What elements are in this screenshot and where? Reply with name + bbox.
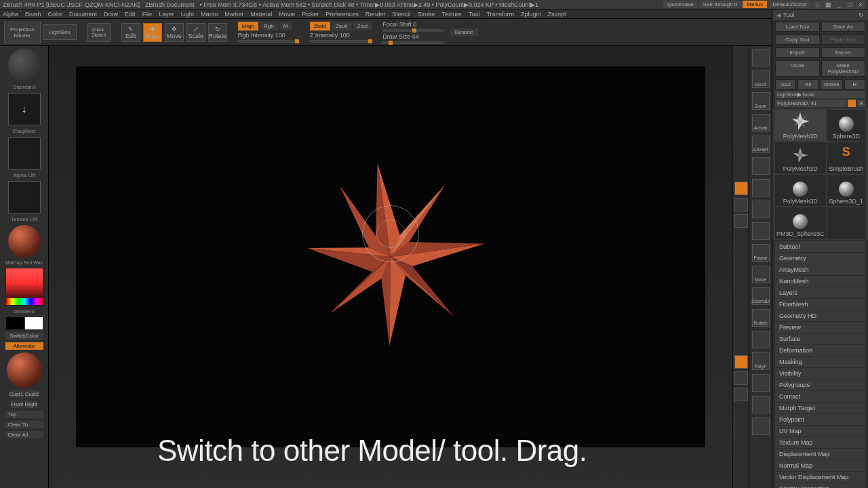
accordion-polygroups[interactable]: Polygroups <box>775 380 865 390</box>
tool-cell-pm3d-sphere3c[interactable]: PM3D_Sphere3C <box>775 207 826 239</box>
z-intensity-slider[interactable]: Z Intensity 100 <box>310 32 372 43</box>
rail-actual[interactable]: Actual <box>752 114 770 131</box>
tool-make-polymesh3d[interactable]: Make PolyMesh3D <box>821 60 866 77</box>
rail-icon16[interactable] <box>752 396 770 413</box>
gizmo-option-icon[interactable] <box>734 198 748 211</box>
tool-import[interactable]: Import <box>775 47 820 58</box>
scale-mode-button[interactable]: ⤢Scale <box>186 23 205 42</box>
tool-cell-polymesh3d-3[interactable]: PolyMesh3D <box>775 175 826 206</box>
polymesh-label[interactable]: PolyMesh3D. 41 <box>775 100 846 107</box>
menu-texture[interactable]: Texture <box>441 11 462 18</box>
tool-goz[interactable]: GoZ <box>775 79 796 89</box>
tool-cell-sphere3d-1[interactable]: Sphere3D_1 <box>827 175 865 206</box>
switchcolor-button[interactable]: SwitchColor <box>5 332 43 340</box>
menu-alpha[interactable]: Alpha <box>3 11 18 18</box>
accordion-geometry-hd[interactable]: Geometry HD <box>775 310 865 321</box>
rail-icon8[interactable] <box>752 222 770 240</box>
tool-cell-sphere3d[interactable]: Sphere3D <box>827 110 865 141</box>
rail-icon13[interactable] <box>752 331 770 348</box>
accordion-fibermesh[interactable]: FiberMesh <box>775 299 865 310</box>
rail-icon5[interactable] <box>752 157 770 175</box>
seethrough-slider[interactable]: See-through 0 <box>699 1 742 8</box>
accordion-geometry[interactable]: Geometry <box>775 253 865 264</box>
rail-zoom3d[interactable]: Zoom3D <box>752 287 770 305</box>
rail-icon7[interactable] <box>752 201 770 218</box>
clearto-button[interactable]: Clear To <box>5 421 43 428</box>
rail-zoom[interactable]: Zoom <box>752 92 770 110</box>
accordion-vector-displacement-map[interactable]: Vector Displacement Map <box>775 472 865 483</box>
tool-copy-tool[interactable]: Copy Tool <box>775 35 820 45</box>
projection-master-button[interactable]: Projection Master <box>4 22 41 43</box>
rail-move[interactable]: Move <box>752 266 770 283</box>
tool-load-tool[interactable]: Load Tool <box>775 22 820 32</box>
accordion-visibility[interactable]: Visibility <box>775 368 865 379</box>
menu-marker[interactable]: Marker <box>224 11 243 18</box>
top-button[interactable]: Top <box>5 411 43 418</box>
front-button[interactable]: Front <box>11 401 24 408</box>
grid-icon[interactable]: ▦ <box>823 1 833 9</box>
cust1-button[interactable]: Cust1 <box>9 390 24 398</box>
accordion-normal-map[interactable]: Normal Map <box>775 460 865 471</box>
mrgb-toggle[interactable]: Mrgb <box>238 22 258 30</box>
menu-edit[interactable]: Edit <box>125 11 136 18</box>
rail-rotate[interactable]: Rotate <box>752 309 770 327</box>
accordion-display-properties[interactable]: Display Properties <box>775 483 865 488</box>
zadd-toggle[interactable]: Zadd <box>310 22 330 30</box>
rotate-mode-button[interactable]: ↻Rotate <box>208 23 227 42</box>
menu-file[interactable]: File <box>142 11 153 18</box>
menu-macro[interactable]: Macro <box>201 11 218 18</box>
draw-size-slider[interactable]: Draw Size 64 <box>382 33 443 44</box>
m-toggle[interactable]: M <box>279 22 292 30</box>
accordion-surface[interactable]: Surface <box>775 333 865 344</box>
accordion-masking[interactable]: Masking <box>775 357 865 367</box>
focal-shift-slider[interactable]: Focal Shift 0 <box>382 21 443 32</box>
swatch-black[interactable] <box>6 317 24 329</box>
r-button[interactable]: R <box>857 100 865 107</box>
xpose-icon[interactable] <box>734 388 748 401</box>
rail-icon0[interactable] <box>752 49 770 66</box>
stroke-thumbnail[interactable]: ↓ <box>8 93 41 125</box>
accordion-uv-map[interactable]: UV Map <box>775 426 865 436</box>
rail-icon17[interactable] <box>752 418 770 435</box>
accordion-arraymesh[interactable]: ArrayMesh <box>775 264 865 275</box>
tool-save-as[interactable]: Save As <box>821 22 866 32</box>
rgb-intensity-slider[interactable]: Rgb Intensity 100 <box>238 32 299 43</box>
accordion-nanomesh[interactable]: NanoMesh <box>775 276 865 287</box>
texture-thumbnail[interactable] <box>8 181 41 214</box>
menu-movie[interactable]: Movie <box>279 11 295 18</box>
menu-zscript[interactable]: Zscript <box>548 11 566 18</box>
menu-transform[interactable]: Transform <box>486 11 514 18</box>
default-zscript[interactable]: DefaultZScript <box>768 1 811 8</box>
tool-r[interactable]: R <box>844 79 865 89</box>
tool-cell-polymesh3d-2[interactable]: PolyMesh3D <box>775 142 826 174</box>
tool-cell-polymesh3d[interactable]: PolyMesh3D <box>775 110 826 141</box>
clearall-button[interactable]: Clear All <box>5 431 43 439</box>
accordion-contact[interactable]: Contact <box>775 391 865 402</box>
edit-mode-button[interactable]: ✎Edit <box>121 23 140 42</box>
menu-document[interactable]: Document <box>69 11 97 18</box>
quicksave-button[interactable]: QuickSave <box>663 1 698 8</box>
tool-export[interactable]: Export <box>821 47 866 58</box>
menu-light[interactable]: Light <box>181 11 195 18</box>
solo-icon[interactable] <box>734 371 748 385</box>
accordion-deformation[interactable]: Deformation <box>775 345 865 356</box>
max-icon[interactable]: □ <box>845 1 854 9</box>
zsub-toggle[interactable]: Zsub <box>332 22 352 30</box>
rail-icon15[interactable] <box>752 374 770 392</box>
menu-draw[interactable]: Draw <box>104 11 118 18</box>
tool-paste-tool[interactable]: Paste Tool <box>821 35 866 45</box>
gizmo-icon[interactable] <box>734 182 748 195</box>
rail-scroll[interactable]: Scroll <box>752 70 770 88</box>
menus-button[interactable]: Menus <box>743 1 767 8</box>
menu-tool[interactable]: Tool <box>469 11 480 18</box>
brush-thumbnail[interactable] <box>8 49 41 81</box>
menu-color[interactable]: Color <box>48 11 63 18</box>
accordion-polypaint[interactable]: Polypaint <box>775 414 865 425</box>
dynamesh-icon[interactable] <box>734 355 748 369</box>
rail-icon6[interactable] <box>752 179 770 197</box>
accordion-displacement-map[interactable]: Displacement Map <box>775 449 865 460</box>
menu-preferences[interactable]: Preferences <box>326 11 359 18</box>
menu-stencil[interactable]: Stencil <box>392 11 410 18</box>
dynamic-toggle[interactable]: Dynamic <box>450 28 477 36</box>
tool-panel-title[interactable]: Tool↻ <box>772 9 868 20</box>
